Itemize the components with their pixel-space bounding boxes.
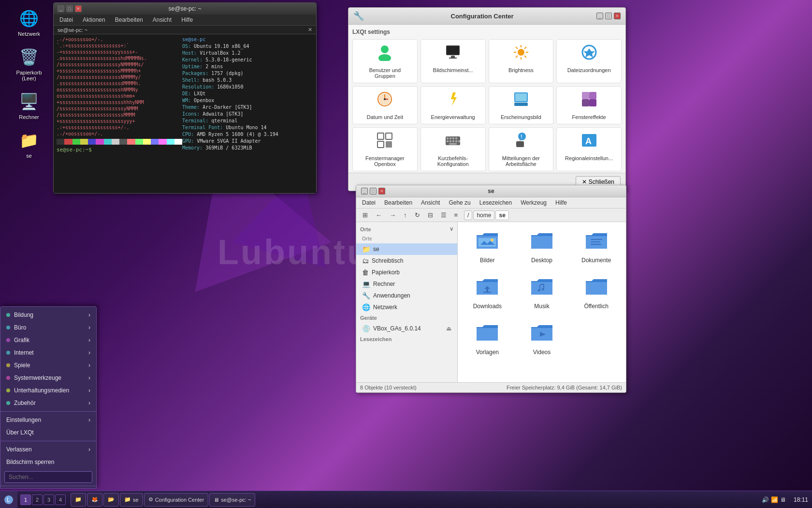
- fm-menu-hilfe[interactable]: Hilfe: [553, 198, 569, 207]
- fm-sidebar-item-rechner[interactable]: 💻 Rechner: [356, 278, 457, 290]
- fm-maximize-btn[interactable]: □: [370, 188, 377, 194]
- sm-item-zubehoer[interactable]: Zubehör ›: [0, 397, 96, 409]
- fm-breadcrumb-home[interactable]: home: [473, 210, 494, 220]
- workspace-3-btn[interactable]: 3: [44, 494, 54, 505]
- terminal-content[interactable]: .-/+oossssoo+/-. `.:+ssssssssssssssssss+…: [54, 34, 316, 193]
- fm-file-vorlagen[interactable]: Vorlagen: [463, 319, 512, 360]
- sm-item-spiele[interactable]: Spiele ›: [0, 359, 96, 372]
- sm-item-bildung[interactable]: Bildung ›: [0, 309, 96, 321]
- fm-file-videos[interactable]: Videos: [517, 319, 567, 360]
- terminal-menu-datei[interactable]: Datei: [58, 15, 75, 24]
- fm-menu-lesezeichen[interactable]: Lesezeichen: [478, 198, 514, 207]
- fm-sidebar-item-se[interactable]: 📁 se: [356, 243, 457, 255]
- fm-menu-gehe-zu[interactable]: Gehe zu: [447, 198, 472, 207]
- sm-item-verlassen[interactable]: Verlassen ›: [0, 443, 96, 456]
- config-item-display[interactable]: Bildschirmeinst...: [420, 39, 486, 83]
- fm-file-dokumente[interactable]: Dokumente: [571, 227, 621, 268]
- tray-display-icon[interactable]: 🖥: [780, 496, 786, 503]
- terminal-menu-bearbeiten[interactable]: Bearbeiten: [113, 15, 145, 24]
- taskbar-app-firefox[interactable]: 🦊: [87, 493, 102, 507]
- fm-menu-datei[interactable]: Datei: [360, 198, 377, 207]
- sm-item-bildschirm-sperren[interactable]: Bildschirm sperren: [0, 456, 96, 468]
- sm-item-einstellungen[interactable]: Einstellungen ›: [0, 414, 96, 426]
- config-item-datetime[interactable]: Datum und Zeit: [352, 86, 418, 124]
- datetime-icon: [376, 90, 393, 112]
- fm-file-musik[interactable]: Musik: [517, 273, 567, 314]
- config-item-users[interactable]: Benutzer undGruppen: [352, 39, 418, 83]
- fm-close-btn[interactable]: ✕: [378, 188, 385, 194]
- fm-file-downloads[interactable]: Downloads: [463, 273, 512, 314]
- fm-sidebar-item-netzwerk[interactable]: 🌐 Netzwerk: [356, 301, 457, 313]
- taskbar-app-config[interactable]: ⚙ Configuration Center: [144, 493, 209, 507]
- terminal-menu-hilfe[interactable]: Hilfe: [179, 15, 195, 24]
- fm-sidebar-item-papierkorb[interactable]: 🗑 Papierkorb: [356, 267, 457, 278]
- config-item-wm[interactable]: FenstermanagerOpenbox: [352, 127, 418, 171]
- terminal-close-btn[interactable]: ✕: [75, 5, 82, 12]
- config-close-btn[interactable]: ✕: [614, 13, 621, 19]
- taskbar-app-terminal[interactable]: 🖥 se@se-pc: ~: [209, 493, 255, 507]
- config-item-brightness[interactable]: Brightness: [489, 39, 554, 83]
- config-minimize-btn[interactable]: _: [596, 13, 603, 19]
- fm-eject-icon[interactable]: ⏏: [446, 325, 451, 332]
- taskbar-app-se[interactable]: 📁 se: [120, 493, 143, 507]
- tray-network-icon[interactable]: 📶: [771, 496, 778, 503]
- taskbar-apps: 📁 🦊 📂 📁 se ⚙ Configuration Center 🖥 se@s…: [69, 493, 257, 507]
- sm-item-unterhaltungsmedien[interactable]: Unterhaltungsmedien ›: [0, 384, 96, 397]
- fm-sidebar-item-schreibtisch[interactable]: 🗂 Schreibtisch: [356, 255, 457, 267]
- taskbar-clock[interactable]: 18:11: [790, 496, 812, 503]
- config-item-keyboard[interactable]: Kurzbefehls-Konfiguration: [420, 127, 486, 171]
- config-maximize-btn[interactable]: □: [605, 13, 612, 19]
- fm-breadcrumb-root[interactable]: /: [464, 210, 472, 220]
- users-icon: [376, 44, 393, 65]
- tray-volume-icon[interactable]: 🔊: [762, 496, 769, 503]
- fm-menu-werkzeug[interactable]: Werkzeug: [519, 198, 549, 207]
- terminal-menu-ansicht[interactable]: Ansicht: [151, 15, 174, 24]
- terminal-maximize-btn[interactable]: □: [66, 5, 73, 12]
- sm-item-grafik[interactable]: Grafik ›: [0, 334, 96, 346]
- fm-file-desktop[interactable]: Desktop: [517, 227, 567, 268]
- config-item-appearance[interactable]: Erscheinungsbild: [489, 86, 554, 124]
- config-item-effects[interactable]: Fenstereffekte: [556, 86, 622, 124]
- workspace-1-btn[interactable]: 1: [20, 494, 31, 505]
- sm-search-input[interactable]: [4, 471, 92, 483]
- fm-sidebar-item-vbox[interactable]: 💿 VBox_GAs_6.0.14 ⏏: [356, 323, 457, 334]
- terminal-tab-close[interactable]: ✕: [308, 27, 312, 33]
- desktop-icon-papierkorb[interactable]: 🗑️ Papierkorb(Leer): [10, 44, 48, 83]
- fm-minimize-btn[interactable]: _: [361, 188, 368, 194]
- fm-menu-ansicht[interactable]: Ansicht: [419, 198, 442, 207]
- fm-file-oeffentlich[interactable]: Öffentlich: [571, 273, 621, 314]
- config-item-power[interactable]: Energieverwaltung: [420, 86, 486, 124]
- terminal-menu-aktionen[interactable]: Aktionen: [81, 15, 107, 24]
- fm-menu-bearbeiten[interactable]: Bearbeiten: [382, 198, 414, 207]
- config-item-filetypes[interactable]: Dateizuordnungen: [556, 39, 622, 83]
- fm-refresh-btn[interactable]: ↻: [411, 210, 423, 220]
- fm-breadcrumb-se[interactable]: se: [495, 210, 508, 220]
- workspace-2-btn[interactable]: 2: [32, 494, 43, 505]
- sm-item-internet[interactable]: Internet ›: [0, 346, 96, 359]
- config-item-notifications[interactable]: ! Mitteilungen derArbeitsfläche: [489, 127, 554, 171]
- fm-back-btn[interactable]: ←: [372, 210, 385, 220]
- taskbar-app-pcmanfm[interactable]: 📂: [103, 493, 119, 507]
- config-item-region[interactable]: A Regionaleinstellun...: [556, 127, 622, 171]
- fm-view-icons-btn[interactable]: ⊞: [359, 210, 371, 220]
- fm-view3-btn[interactable]: ☰: [437, 210, 450, 220]
- taskbar-start-button[interactable]: L: [0, 491, 17, 508]
- sm-item-ueber-lxqt[interactable]: Über LXQt: [0, 426, 96, 439]
- terminal-minimize-btn[interactable]: _: [58, 5, 64, 12]
- fm-forward-btn[interactable]: →: [386, 210, 399, 220]
- fm-view4-btn[interactable]: ≡: [451, 210, 462, 220]
- sm-item-systemwerkzeuge[interactable]: Systemwerkzeuge ›: [0, 372, 96, 384]
- terminal-ascii-art: .-/+oossssoo+/-. `.:+ssssssssssssssssss+…: [57, 36, 182, 191]
- fm-view2-btn[interactable]: ⊟: [424, 210, 436, 220]
- taskbar-app-files[interactable]: 📁: [71, 493, 86, 507]
- desktop-icon-se[interactable]: 📁 se: [10, 127, 48, 161]
- desktop-icon-rechner[interactable]: 🖥️ Rechner: [10, 88, 48, 122]
- fm-sidebar-item-anwendungen[interactable]: 🔧 Anwendungen: [356, 290, 457, 301]
- svg-rect-24: [514, 103, 528, 106]
- workspace-4-btn[interactable]: 4: [55, 494, 66, 505]
- sm-item-buero[interactable]: Büro ›: [0, 321, 96, 334]
- desktop-icon-netzwerk[interactable]: 🌐 Netzwerk: [10, 5, 48, 39]
- fm-sidebar-collapse-btn[interactable]: ∨: [450, 226, 453, 232]
- fm-file-bilder[interactable]: Bilder: [463, 227, 512, 268]
- fm-up-btn[interactable]: ↑: [400, 210, 410, 220]
